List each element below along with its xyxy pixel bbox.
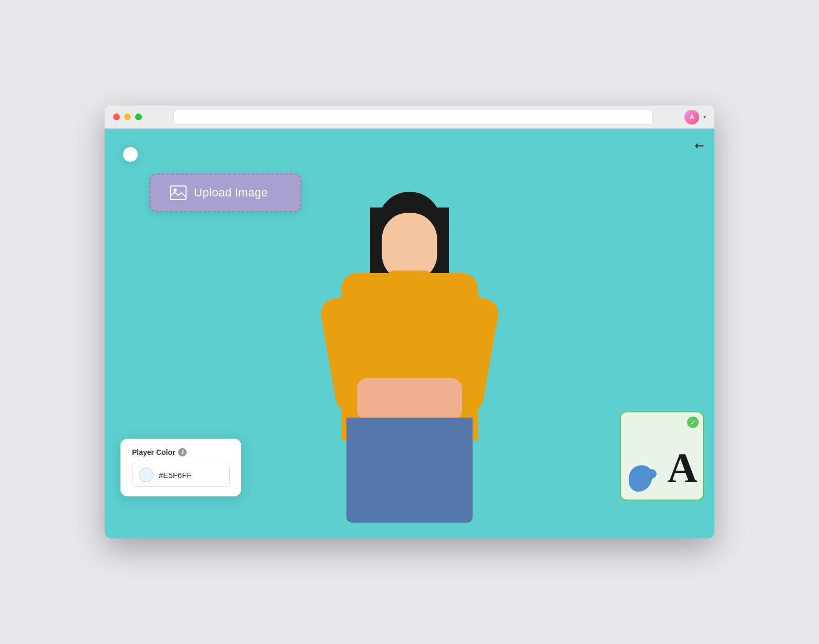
person-figure	[310, 192, 509, 496]
brand-letter: A	[667, 447, 698, 489]
cursor-icon: ↖	[691, 138, 707, 154]
brand-dot	[647, 469, 657, 479]
avatar[interactable]: A	[684, 110, 699, 124]
chevron-down-icon: ▾	[703, 114, 706, 120]
minimize-button[interactable]	[124, 113, 131, 120]
color-hex-value: #E5F6FF	[159, 471, 192, 480]
close-button[interactable]	[113, 113, 120, 120]
browser-window: A ▾ ↖	[105, 106, 714, 538]
hands-area	[357, 378, 462, 420]
brand-card-checkmark: ✓	[687, 417, 699, 428]
player-color-panel: Player Color i #E5F6FF	[120, 439, 241, 496]
image-icon	[170, 184, 187, 201]
video-container: ↖ Upload Image	[105, 129, 714, 538]
player-color-label: Player Color i	[132, 448, 230, 456]
color-swatch[interactable]	[139, 468, 153, 482]
svg-rect-0	[170, 186, 186, 200]
traffic-lights	[113, 113, 142, 120]
brand-card[interactable]: ✓ A	[620, 411, 704, 501]
upload-image-label: Upload Image	[194, 186, 268, 200]
jeans	[346, 418, 473, 523]
svg-point-1	[173, 189, 177, 192]
color-input-row[interactable]: #E5F6FF	[132, 463, 230, 487]
browser-titlebar: A ▾	[105, 106, 714, 129]
video-background: ↖ Upload Image	[105, 129, 714, 538]
browser-content: ↖ Upload Image	[105, 129, 714, 538]
info-icon: i	[178, 448, 187, 456]
url-bar[interactable]	[173, 110, 653, 124]
maximize-button[interactable]	[135, 113, 142, 120]
upload-button-wrapper: Upload Image	[123, 147, 138, 162]
upload-image-button[interactable]: Upload Image	[149, 173, 302, 212]
